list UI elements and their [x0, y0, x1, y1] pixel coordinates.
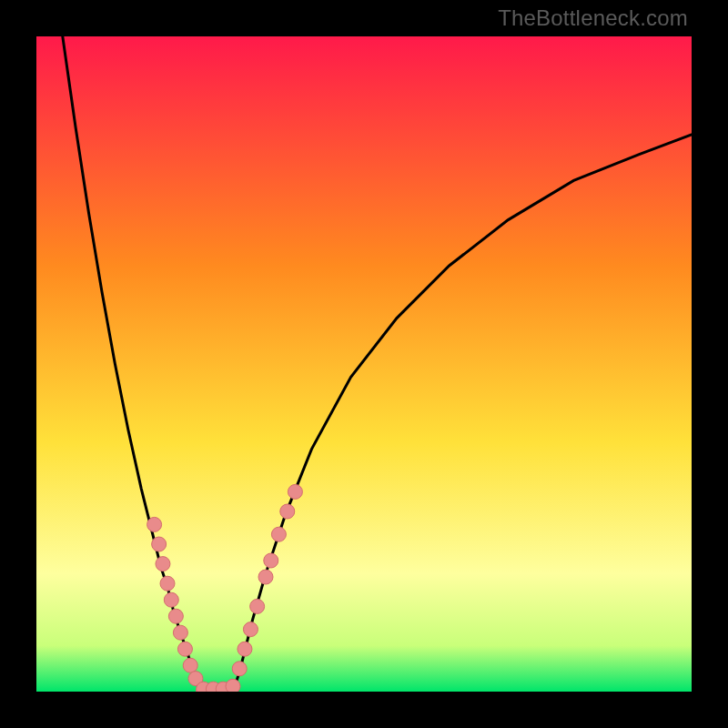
chart-frame: TheBottleneck.com [0, 0, 728, 728]
gradient-rect [36, 36, 692, 692]
background-gradient [36, 36, 692, 692]
plot-area [36, 36, 692, 692]
watermark-text: TheBottleneck.com [498, 5, 688, 31]
